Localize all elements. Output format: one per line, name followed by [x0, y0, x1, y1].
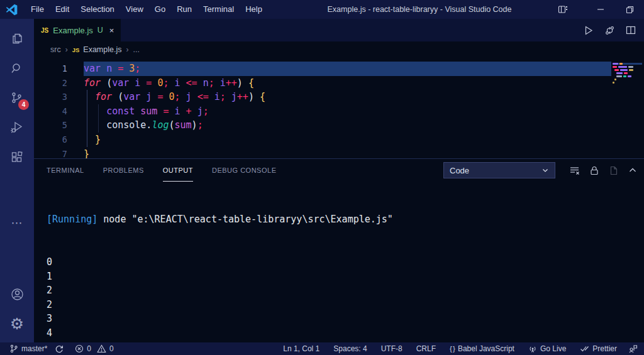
menu-item-edit[interactable]: Edit: [50, 0, 75, 19]
title-bar: FileEditSelectionViewGoRunTerminalHelp E…: [0, 0, 644, 19]
maximize-panel-icon[interactable]: [628, 166, 637, 175]
code-line: 3 for (var j = 0; j <= i; j++) {: [34, 90, 644, 104]
search-icon[interactable]: [2, 53, 32, 83]
output-value: 1: [47, 270, 644, 284]
breadcrumb: src › JS Example.js › ...: [34, 41, 644, 58]
menu-item-selection[interactable]: Selection: [75, 0, 119, 19]
vscode-logo-icon: [6, 4, 18, 16]
code-editor[interactable]: 1var n = 3;2for (var i = 0; i <= n; i++)…: [34, 58, 644, 158]
layout-customize-icon[interactable]: [548, 0, 577, 19]
editor-tab-bar: JS Example.js U ×: [34, 19, 644, 41]
code-line: 2for (var i = 0; i <= n; i++) {: [34, 76, 644, 90]
eol-item[interactable]: CRLF: [412, 342, 440, 355]
run-debug-icon[interactable]: [2, 112, 32, 142]
feedback-icon: [628, 344, 638, 353]
clear-output-icon[interactable]: [569, 165, 580, 176]
problems-item[interactable]: 0 0: [70, 342, 118, 355]
prettier-item[interactable]: Prettier: [575, 342, 621, 355]
line-number: 1: [34, 62, 67, 76]
menu-item-file[interactable]: File: [25, 0, 50, 19]
sync-changes-item[interactable]: [52, 342, 67, 355]
explorer-icon[interactable]: [2, 24, 32, 53]
lock-scroll-icon[interactable]: [589, 165, 599, 176]
code-line-text: var n = 3;: [84, 62, 611, 76]
code-line: 7}: [34, 147, 644, 158]
tab-example-js[interactable]: JS Example.js U ×: [34, 19, 121, 41]
js-file-icon: JS: [41, 27, 48, 34]
panel-tab-terminal[interactable]: TERMINAL: [47, 159, 84, 182]
panel-tab-output[interactable]: OUTPUT: [163, 159, 193, 182]
code-line-text: const sum = i + j;: [84, 104, 611, 119]
output-console[interactable]: [Running] node "e:\REACT\react-table-lib…: [34, 182, 644, 342]
code-line-text: console.log(sum);: [84, 118, 611, 133]
output-channel-select[interactable]: Code: [443, 162, 555, 178]
menu-item-run[interactable]: Run: [171, 0, 197, 19]
code-line-text: for (var j = 0; j <= i; j++) {: [84, 90, 611, 104]
menu-item-terminal[interactable]: Terminal: [197, 0, 240, 19]
output-value: 3: [47, 312, 644, 326]
tab-label: Example.js: [53, 26, 93, 35]
line-number: 3: [34, 90, 67, 104]
line-number: 5: [34, 118, 67, 133]
panel-tab-problems[interactable]: PROBLEMS: [103, 159, 144, 182]
go-live-item[interactable]: Go Live: [524, 342, 570, 355]
output-running-line: [Running] node "e:\REACT\react-table-lib…: [47, 212, 644, 227]
minimap[interactable]: [611, 62, 644, 137]
window-title: Example.js - react-table-libraryy - Visu…: [328, 5, 512, 14]
menu-bar: FileEditSelectionViewGoRunTerminalHelp: [25, 0, 268, 19]
code-line-text: }: [84, 147, 611, 158]
git-branch-icon: [9, 344, 18, 353]
feedback-item[interactable]: [624, 342, 639, 355]
open-changes-icon[interactable]: [604, 25, 615, 36]
braces-icon: { }: [450, 345, 455, 352]
code-line: 6 }: [34, 133, 644, 147]
output-value: 4: [47, 326, 644, 341]
errors-icon: [75, 344, 84, 353]
cursor-position-item[interactable]: Ln 1, Col 1: [279, 342, 324, 355]
menu-item-view[interactable]: View: [120, 0, 149, 19]
output-value: 2: [47, 283, 644, 298]
account-icon[interactable]: [2, 280, 32, 309]
panel-header: TERMINALPROBLEMSOUTPUTDEBUG CONSOLE Code: [34, 159, 644, 182]
split-editor-icon[interactable]: [626, 25, 636, 35]
encoding-item[interactable]: UTF-8: [377, 342, 407, 355]
indent-guide: [87, 90, 87, 147]
settings-gear-icon[interactable]: ⚙: [2, 309, 32, 339]
source-control-icon[interactable]: 4: [2, 83, 32, 112]
line-number: 7: [34, 147, 67, 158]
indent-guide: [98, 104, 99, 133]
status-bar: master* 0 0 Ln 1, Col 1 Spaces: 4 UTF-8 …: [0, 342, 644, 355]
git-branch-item[interactable]: master*: [5, 342, 52, 355]
js-file-icon: JS: [72, 46, 80, 53]
code-line: 1var n = 3;: [34, 62, 644, 76]
sync-icon: [55, 344, 64, 353]
close-tab-icon[interactable]: ×: [109, 26, 114, 35]
breadcrumb-file[interactable]: Example.js: [83, 45, 121, 54]
indentation-item[interactable]: Spaces: 4: [329, 342, 371, 355]
breadcrumb-symbol[interactable]: ...: [133, 45, 139, 54]
panel-tab-debug-console[interactable]: DEBUG CONSOLE: [212, 159, 276, 182]
bottom-panel: TERMINALPROBLEMSOUTPUTDEBUG CONSOLE Code: [34, 158, 644, 342]
language-mode-item[interactable]: { } Babel JavaScript: [445, 342, 519, 355]
line-number: 6: [34, 133, 67, 147]
output-value: 2: [47, 298, 644, 312]
code-line: 4 const sum = i + j;: [34, 104, 644, 119]
broadcast-icon: [528, 344, 537, 353]
open-output-in-editor-icon[interactable]: [609, 165, 619, 176]
minimize-icon[interactable]: [586, 0, 615, 19]
code-line-text: for (var i = 0; i <= n; i++) {: [84, 76, 611, 90]
output-value: 0: [47, 255, 644, 270]
menu-item-go[interactable]: Go: [149, 0, 171, 19]
activity-bar: 4 ⋯ ⚙: [0, 19, 34, 342]
restore-window-icon[interactable]: [615, 0, 644, 19]
line-number: 4: [34, 104, 67, 119]
extensions-icon[interactable]: [2, 142, 32, 172]
untracked-badge: U: [97, 26, 103, 35]
more-views-icon[interactable]: ⋯: [2, 208, 32, 238]
breadcrumb-src[interactable]: src: [50, 45, 61, 54]
run-code-icon[interactable]: [583, 25, 594, 36]
menu-item-help[interactable]: Help: [240, 0, 268, 19]
code-line-text: }: [84, 133, 611, 147]
line-number: 2: [34, 76, 67, 90]
chevron-down-icon: [541, 167, 549, 174]
